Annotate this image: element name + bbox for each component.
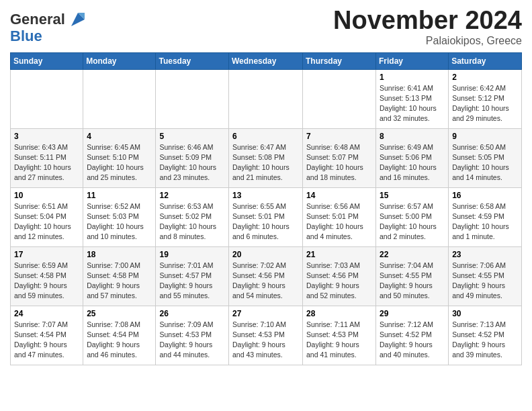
table-row <box>229 69 303 128</box>
day-number: 9 <box>452 132 518 141</box>
table-row <box>11 69 83 128</box>
table-row: 7Sunrise: 6:48 AMSunset: 5:07 PMDaylight… <box>303 128 376 187</box>
day-number: 27 <box>232 309 299 318</box>
col-saturday: Saturday <box>449 52 522 69</box>
table-row <box>156 69 229 128</box>
col-friday: Friday <box>376 52 449 69</box>
table-row: 1Sunrise: 6:41 AMSunset: 5:13 PMDaylight… <box>376 69 449 128</box>
table-row: 6Sunrise: 6:47 AMSunset: 5:08 PMDaylight… <box>229 128 303 187</box>
day-info: Sunrise: 6:53 AMSunset: 5:02 PMDaylight:… <box>159 201 225 242</box>
day-number: 3 <box>14 132 79 141</box>
col-thursday: Thursday <box>303 52 376 69</box>
day-number: 11 <box>87 191 152 200</box>
table-row: 14Sunrise: 6:56 AMSunset: 5:01 PMDayligh… <box>303 187 376 246</box>
day-number: 13 <box>232 191 299 200</box>
day-number: 17 <box>14 250 79 259</box>
day-number: 22 <box>380 250 445 259</box>
table-row: 23Sunrise: 7:06 AMSunset: 4:55 PMDayligh… <box>449 246 522 306</box>
day-info: Sunrise: 6:45 AMSunset: 5:10 PMDaylight:… <box>87 142 152 183</box>
day-number: 12 <box>159 191 225 200</box>
day-number: 29 <box>380 309 445 318</box>
day-number: 6 <box>232 132 299 141</box>
day-number: 24 <box>14 309 79 318</box>
day-info: Sunrise: 7:08 AMSunset: 4:54 PMDaylight:… <box>87 320 152 361</box>
calendar-week-row: 3Sunrise: 6:43 AMSunset: 5:11 PMDaylight… <box>11 128 522 187</box>
table-row: 9Sunrise: 6:50 AMSunset: 5:05 PMDaylight… <box>449 128 522 187</box>
day-info: Sunrise: 6:52 AMSunset: 5:03 PMDaylight:… <box>87 201 152 242</box>
table-row: 8Sunrise: 6:49 AMSunset: 5:06 PMDaylight… <box>376 128 449 187</box>
table-row: 16Sunrise: 6:58 AMSunset: 4:59 PMDayligh… <box>449 187 522 246</box>
day-number: 28 <box>306 309 372 318</box>
calendar-week-row: 10Sunrise: 6:51 AMSunset: 5:04 PMDayligh… <box>11 187 522 246</box>
table-row <box>303 69 376 128</box>
logo-icon <box>69 10 87 29</box>
calendar-week-row: 1Sunrise: 6:41 AMSunset: 5:13 PMDaylight… <box>11 69 522 128</box>
col-wednesday: Wednesday <box>229 52 303 69</box>
day-info: Sunrise: 7:03 AMSunset: 4:56 PMDaylight:… <box>306 261 372 302</box>
table-row: 11Sunrise: 6:52 AMSunset: 5:03 PMDayligh… <box>83 187 156 246</box>
table-row: 25Sunrise: 7:08 AMSunset: 4:54 PMDayligh… <box>83 306 156 365</box>
day-number: 4 <box>87 132 152 141</box>
day-info: Sunrise: 7:13 AMSunset: 4:52 PMDaylight:… <box>452 320 518 361</box>
day-info: Sunrise: 6:43 AMSunset: 5:11 PMDaylight:… <box>14 142 79 183</box>
table-row: 17Sunrise: 6:59 AMSunset: 4:58 PMDayligh… <box>11 246 83 306</box>
day-info: Sunrise: 6:50 AMSunset: 5:05 PMDaylight:… <box>452 142 518 183</box>
header: General Blue November 2024 Palaiokipos, … <box>10 7 522 47</box>
day-number: 1 <box>380 73 445 82</box>
day-number: 23 <box>452 250 518 259</box>
day-number: 15 <box>380 191 445 200</box>
day-number: 7 <box>306 132 372 141</box>
day-number: 20 <box>232 250 299 259</box>
day-info: Sunrise: 6:48 AMSunset: 5:07 PMDaylight:… <box>306 142 372 183</box>
day-info: Sunrise: 7:12 AMSunset: 4:52 PMDaylight:… <box>380 320 445 361</box>
location: Palaiokipos, Greece <box>333 35 522 47</box>
title-block: November 2024 Palaiokipos, Greece <box>333 7 522 47</box>
day-info: Sunrise: 6:41 AMSunset: 5:13 PMDaylight:… <box>380 83 445 124</box>
logo-general-text: General <box>10 12 65 27</box>
calendar-table: Sunday Monday Tuesday Wednesday Thursday… <box>10 52 522 365</box>
month-title: November 2024 <box>333 7 522 35</box>
day-number: 19 <box>159 250 225 259</box>
table-row: 26Sunrise: 7:09 AMSunset: 4:53 PMDayligh… <box>156 306 229 365</box>
day-info: Sunrise: 6:59 AMSunset: 4:58 PMDaylight:… <box>14 261 79 302</box>
calendar-header-row: Sunday Monday Tuesday Wednesday Thursday… <box>11 52 522 69</box>
day-number: 8 <box>380 132 445 141</box>
table-row: 10Sunrise: 6:51 AMSunset: 5:04 PMDayligh… <box>11 187 83 246</box>
day-info: Sunrise: 6:42 AMSunset: 5:12 PMDaylight:… <box>452 83 518 124</box>
table-row: 18Sunrise: 7:00 AMSunset: 4:58 PMDayligh… <box>83 246 156 306</box>
table-row: 24Sunrise: 7:07 AMSunset: 4:54 PMDayligh… <box>11 306 83 365</box>
day-number: 10 <box>14 191 79 200</box>
table-row: 15Sunrise: 6:57 AMSunset: 5:00 PMDayligh… <box>376 187 449 246</box>
day-info: Sunrise: 6:49 AMSunset: 5:06 PMDaylight:… <box>380 142 445 183</box>
table-row: 3Sunrise: 6:43 AMSunset: 5:11 PMDaylight… <box>11 128 83 187</box>
col-monday: Monday <box>83 52 156 69</box>
table-row: 5Sunrise: 6:46 AMSunset: 5:09 PMDaylight… <box>156 128 229 187</box>
day-info: Sunrise: 6:51 AMSunset: 5:04 PMDaylight:… <box>14 201 79 242</box>
day-info: Sunrise: 7:06 AMSunset: 4:55 PMDaylight:… <box>452 261 518 302</box>
day-number: 2 <box>452 73 518 82</box>
day-number: 16 <box>452 191 518 200</box>
day-number: 26 <box>159 309 225 318</box>
day-number: 30 <box>452 309 518 318</box>
day-number: 25 <box>87 309 152 318</box>
day-number: 21 <box>306 250 372 259</box>
day-info: Sunrise: 7:04 AMSunset: 4:55 PMDaylight:… <box>380 261 445 302</box>
table-row: 13Sunrise: 6:55 AMSunset: 5:01 PMDayligh… <box>229 187 303 246</box>
day-number: 14 <box>306 191 372 200</box>
logo-blue-text: Blue <box>10 28 42 44</box>
day-info: Sunrise: 7:11 AMSunset: 4:53 PMDaylight:… <box>306 320 372 361</box>
table-row: 27Sunrise: 7:10 AMSunset: 4:53 PMDayligh… <box>229 306 303 365</box>
day-info: Sunrise: 6:47 AMSunset: 5:08 PMDaylight:… <box>232 142 299 183</box>
day-info: Sunrise: 6:57 AMSunset: 5:00 PMDaylight:… <box>380 201 445 242</box>
table-row: 12Sunrise: 6:53 AMSunset: 5:02 PMDayligh… <box>156 187 229 246</box>
day-info: Sunrise: 7:02 AMSunset: 4:56 PMDaylight:… <box>232 261 299 302</box>
day-info: Sunrise: 6:46 AMSunset: 5:09 PMDaylight:… <box>159 142 225 183</box>
day-info: Sunrise: 6:56 AMSunset: 5:01 PMDaylight:… <box>306 201 372 242</box>
table-row: 30Sunrise: 7:13 AMSunset: 4:52 PMDayligh… <box>449 306 522 365</box>
day-info: Sunrise: 6:55 AMSunset: 5:01 PMDaylight:… <box>232 201 299 242</box>
col-tuesday: Tuesday <box>156 52 229 69</box>
calendar-week-row: 17Sunrise: 6:59 AMSunset: 4:58 PMDayligh… <box>11 246 522 306</box>
calendar-week-row: 24Sunrise: 7:07 AMSunset: 4:54 PMDayligh… <box>11 306 522 365</box>
table-row <box>83 69 156 128</box>
day-info: Sunrise: 7:07 AMSunset: 4:54 PMDaylight:… <box>14 320 79 361</box>
